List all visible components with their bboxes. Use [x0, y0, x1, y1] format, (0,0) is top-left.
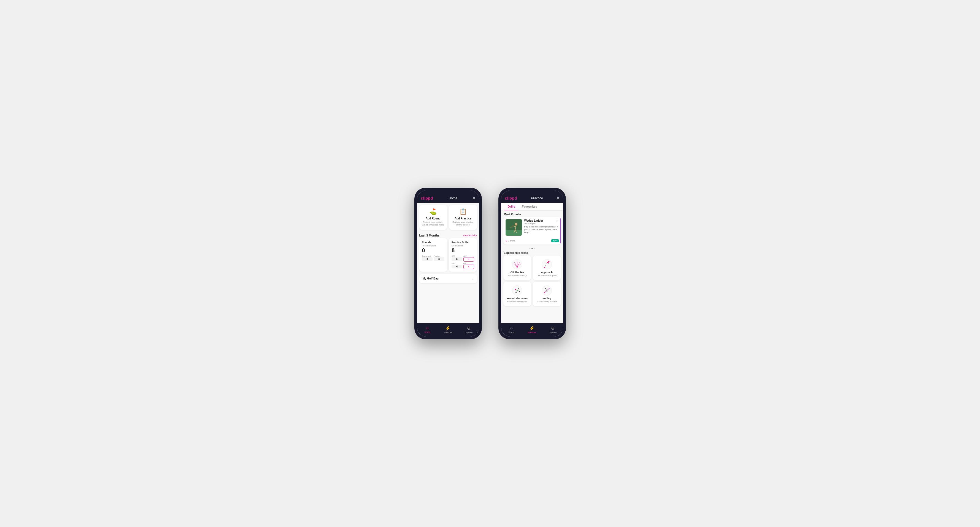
app-header-2: clippd Practice ≡	[501, 194, 563, 203]
svg-point-18	[546, 264, 547, 264]
featured-card-content: Wedge Ladder 50–100 yds Play 1 shot at e…	[503, 217, 561, 238]
arg-label: ARG	[452, 263, 462, 264]
nav-capture-1[interactable]: ⊕ Capture	[458, 323, 479, 337]
featured-subtitle: 50–100 yds	[524, 222, 559, 225]
activities-icon-1: ⚡	[445, 325, 451, 331]
nav-home-2[interactable]: ⌂ Home	[501, 323, 522, 337]
around-green-name: Around The Green	[506, 297, 528, 300]
svg-point-26	[519, 291, 520, 292]
practice-content: Most Popular ☆	[501, 211, 563, 323]
tournament-label: Tournament	[422, 255, 433, 257]
my-golf-bag[interactable]: My Golf Bag ›	[419, 274, 477, 283]
home-icon-2: ⌂	[510, 325, 513, 330]
featured-card[interactable]: ☆	[503, 217, 561, 244]
svg-point-2	[515, 223, 517, 225]
hamburger-icon-1[interactable]: ≡	[473, 196, 475, 200]
nav-home-1[interactable]: ⌂ Home	[417, 323, 438, 337]
nav-activities-2[interactable]: ⚡ Activities	[522, 323, 542, 337]
skill-off-tee[interactable]: Off The Tee Power and accuracy	[503, 256, 531, 280]
quick-actions: ⛳ Add Round Record your shots in fast or…	[419, 205, 477, 230]
putting-icon	[541, 285, 552, 296]
hamburger-icon-2[interactable]: ≡	[557, 196, 559, 200]
home-label-2: Home	[508, 331, 514, 333]
skill-approach[interactable]: Approach Dial-in to hit the green	[533, 256, 561, 280]
svg-point-16	[544, 267, 545, 268]
status-bar-2	[501, 190, 563, 194]
home-content: ⛳ Add Round Record your shots in fast or…	[417, 203, 479, 323]
skill-grid: Off The Tee Power and accuracy	[503, 256, 561, 306]
most-popular-label: Most Popular	[501, 211, 563, 217]
rounds-title: Rounds	[422, 241, 445, 244]
star-icon[interactable]: ☆	[556, 219, 559, 223]
off-tee-icon	[512, 259, 523, 270]
app-logo-2: clippd	[505, 196, 517, 200]
phone-home: clippd Home ≡ ⛳ Add Round Record your sh…	[414, 188, 482, 339]
nav-capture-2[interactable]: ⊕ Capture	[542, 323, 563, 337]
putt-value: 4	[463, 265, 474, 269]
explore-label: Explore skill areas	[501, 250, 563, 256]
tournament-value: 0	[422, 257, 433, 261]
phone-practice: clippd Practice ≡ Drills Favourites Most…	[498, 188, 566, 339]
off-tee-desc: Power and accuracy	[508, 274, 527, 277]
ott-label: OTT	[452, 255, 462, 257]
drills-big-num: 8	[452, 247, 474, 254]
add-practice-card[interactable]: 📋 Add Practice Capture your practice off…	[449, 205, 477, 230]
svg-point-27	[515, 292, 517, 293]
drills-box: Practice Drills Drills Capture 8 OTT 0 A…	[449, 238, 477, 272]
featured-footer: ⊙ 9 shots APP	[503, 238, 561, 244]
rounds-practice: Practice 0	[434, 255, 444, 261]
rounds-box: Rounds Rounds Capture 0 Tournament 0 Pra…	[419, 238, 447, 272]
putting-desc: Make and lag practice	[537, 300, 557, 303]
approach-name: Approach	[541, 271, 553, 274]
add-round-desc: Record your shots in fast or enhanced mo…	[422, 221, 445, 227]
activities-label-2: Activities	[528, 331, 536, 334]
shots-info: ⊙ 9 shots	[506, 240, 515, 242]
last-3-months-label: Last 3 Months	[419, 234, 440, 237]
activity-header: Last 3 Months View Activity	[417, 232, 479, 238]
practice-label: Practice	[434, 255, 444, 257]
add-practice-desc: Capture your practice off-the-course	[451, 221, 475, 227]
app-label: APP	[463, 255, 474, 257]
bottom-nav-2: ⌂ Home ⚡ Activities ⊕ Capture	[501, 323, 563, 337]
drills-capture-label: Drills Capture	[452, 245, 474, 247]
home-icon-1: ⌂	[426, 325, 429, 330]
drill-putt: PUTT 4	[463, 263, 474, 269]
off-tee-name: Off The Tee	[511, 271, 524, 274]
capture-label-1: Capture	[465, 331, 473, 334]
capture-icon-1: ⊕	[467, 325, 471, 331]
tab-favourites[interactable]: Favourites	[519, 203, 541, 210]
activities-label-1: Activities	[444, 331, 452, 334]
add-round-card[interactable]: ⛳ Add Round Record your shots in fast or…	[419, 205, 447, 230]
rounds-big-num: 0	[422, 247, 445, 254]
featured-desc: Play 1 shot at each target yardage. If y…	[524, 225, 559, 233]
app-title-2: Practice	[531, 196, 543, 200]
tab-drills[interactable]: Drills	[504, 203, 519, 210]
dot-1	[529, 248, 530, 249]
approach-icon	[541, 259, 552, 270]
app-value: 4	[463, 257, 474, 262]
putting-name: Putting	[542, 297, 551, 300]
nav-activities-1[interactable]: ⚡ Activities	[438, 323, 458, 337]
card-accent	[560, 217, 561, 244]
featured-title: Wedge Ladder	[524, 219, 559, 222]
drill-arg: ARG 0	[452, 263, 462, 269]
add-practice-title: Add Practice	[455, 217, 471, 220]
add-practice-icon: 📋	[459, 208, 467, 215]
rounds-tournament: Tournament 0	[422, 255, 433, 261]
approach-desc: Dial-in to hit the green	[537, 274, 557, 277]
view-activity-link[interactable]: View Activity	[463, 234, 477, 237]
activities-icon-2: ⚡	[529, 325, 535, 331]
around-green-icon	[512, 285, 523, 296]
dot-2	[531, 248, 533, 249]
add-round-title: Add Round	[426, 217, 441, 220]
skill-around-green[interactable]: Around The Green Hone your short game	[503, 282, 531, 306]
svg-point-15	[542, 259, 552, 269]
rounds-sub: Tournament 0 Practice 0	[422, 255, 445, 261]
svg-point-19	[547, 262, 548, 263]
carousel-dots	[501, 247, 563, 250]
capture-icon-2: ⊕	[551, 325, 555, 331]
app-title-1: Home	[449, 196, 457, 200]
skill-putting[interactable]: Putting Make and lag practice	[533, 282, 561, 306]
my-bag-label: My Golf Bag	[423, 277, 439, 280]
putt-label: PUTT	[463, 263, 474, 264]
